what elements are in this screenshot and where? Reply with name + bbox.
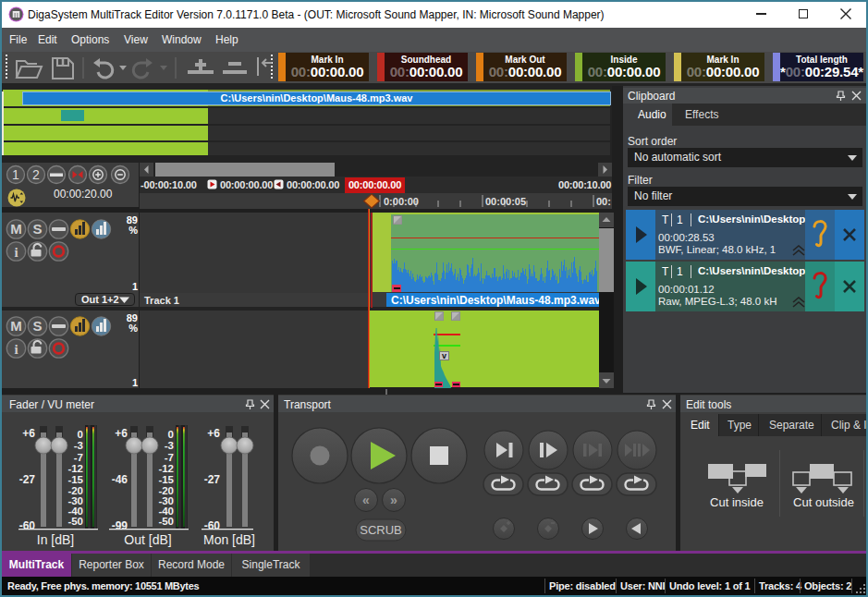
svg-text:-3: -3 xyxy=(74,440,83,451)
svg-text:1: 1 xyxy=(132,377,138,388)
svg-text:1: 1 xyxy=(12,167,19,182)
svg-text:-12: -12 xyxy=(158,463,174,474)
svg-text:-12: -12 xyxy=(67,463,83,474)
svg-text:S: S xyxy=(32,221,42,237)
svg-text:0: 0 xyxy=(78,429,83,440)
svg-text:Cut inside: Cut inside xyxy=(710,495,764,509)
svg-text:-15: -15 xyxy=(158,474,174,485)
svg-text:-3: -3 xyxy=(165,440,174,451)
svg-text:SCRUB: SCRUB xyxy=(360,523,402,537)
svg-text:In [dB]: In [dB] xyxy=(37,532,74,547)
svg-text:%: % xyxy=(128,323,138,334)
svg-text:-60: -60 xyxy=(204,519,221,532)
svg-text:Mon [dB]: Mon [dB] xyxy=(203,532,255,547)
svg-text:Cut outside: Cut outside xyxy=(793,495,854,509)
svg-text:-27: -27 xyxy=(19,473,36,486)
svg-text:1: 1 xyxy=(132,281,138,292)
svg-text:M: M xyxy=(10,221,22,237)
svg-text:+6: +6 xyxy=(207,427,220,440)
svg-text:-50: -50 xyxy=(158,516,174,527)
svg-text:-46: -46 xyxy=(112,473,128,486)
svg-text:i: i xyxy=(14,245,18,260)
svg-text:0:00:00: 0:00:00 xyxy=(384,196,419,207)
svg-text:-60: -60 xyxy=(19,519,36,532)
svg-text:-7: -7 xyxy=(74,452,83,463)
svg-text:+6: +6 xyxy=(22,427,35,440)
svg-text:Out [dB]: Out [dB] xyxy=(124,532,171,547)
svg-text:-7: -7 xyxy=(165,452,174,463)
svg-text:+6: +6 xyxy=(115,427,128,440)
svg-text:0: 0 xyxy=(168,429,174,440)
svg-text:%: % xyxy=(128,225,138,236)
svg-text:-50: -50 xyxy=(67,516,83,527)
svg-text:00:00:05: 00:00:05 xyxy=(485,196,526,207)
svg-text:»: » xyxy=(390,493,397,507)
svg-text:-15: -15 xyxy=(67,474,83,485)
svg-text:«: « xyxy=(362,493,370,507)
svg-text:-27: -27 xyxy=(204,473,221,486)
svg-text:00:: 00: xyxy=(596,196,611,207)
svg-text:-99: -99 xyxy=(112,519,128,532)
svg-text:2: 2 xyxy=(32,167,40,182)
